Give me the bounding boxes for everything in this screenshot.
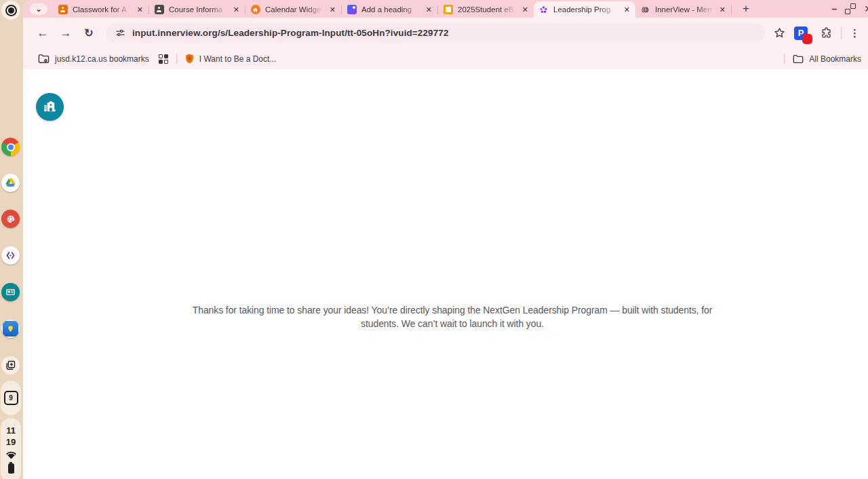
tab-title: InnerView - Mem [655,5,714,14]
window-controls: – ✕ [831,0,868,18]
tab-classwork[interactable]: Classwork for A ✕ [53,1,149,18]
browser-toolbar: ← → ↻ input.innerview.org/s/Leadership-P… [23,18,868,48]
school-building-icon [42,99,58,115]
chromeos-shelf: 9 11 19 [0,0,23,479]
tab-add-heading[interactable]: Add a heading ✕ [342,1,437,18]
wifi-icon [5,451,17,459]
globe-gray-icon [640,5,650,15]
browser-menu-button[interactable]: ⋮ [850,27,860,39]
minimize-button[interactable]: – [831,4,837,14]
bookmarks-separator [176,54,177,64]
bookmarks-separator [784,54,785,64]
tab-title: Calendar Widge [265,5,324,14]
id-card-app-icon[interactable] [1,283,20,301]
apps-grid-icon[interactable] [159,54,168,64]
address-bar[interactable]: input.innerview.org/s/Leadership-Program… [106,23,765,43]
calendar-day: 9 [9,394,13,402]
managed-folder-icon [38,54,50,64]
clock-hour: 11 [6,425,16,436]
tab-title: 2025Student eB [458,5,517,14]
reload-button[interactable]: ↻ [79,23,99,43]
extension-notification-badge [802,34,812,44]
close-icon[interactable]: ✕ [521,5,529,14]
bookmark-star-icon[interactable] [773,26,786,39]
xello-app-icon[interactable] [1,246,20,265]
site-settings-tune-icon[interactable] [115,28,125,38]
close-icon[interactable]: ✕ [623,5,631,14]
bookmark-label: I Want to Be a Doct... [199,54,277,64]
toolbar-separator [841,27,842,39]
close-icon[interactable]: ✕ [329,5,336,14]
tab-innerview[interactable]: InnerView - Mem ✕ [635,1,731,18]
gradient-tile-icon [347,5,357,15]
back-button[interactable]: ← [33,23,53,43]
tab-calendar-widget[interactable]: Calendar Widge ✕ [245,1,341,18]
screen-capture-app-icon[interactable] [1,356,20,375]
calendar-icon: 9 [4,391,18,405]
close-icon[interactable]: ✕ [425,5,433,14]
bookmark-doctor[interactable]: I Want to Be a Doct... [185,54,277,64]
chrome-icon [7,143,15,151]
chrome-app-icon[interactable] [1,138,20,156]
battery-icon [8,463,14,474]
chevron-down-icon: ⌄ [35,5,41,12]
all-bookmarks-button[interactable]: All Bookmarks [784,54,861,64]
close-icon[interactable]: ✕ [233,5,240,14]
managed-folder-label: jusd.k12.ca.us bookmarks [55,54,149,64]
forward-button[interactable]: → [56,23,76,43]
close-icon[interactable]: ✕ [136,5,144,14]
tab-title: Add a heading [361,5,420,14]
slides-yellow-icon [443,5,453,15]
managed-bookmarks-folder[interactable]: jusd.k12.ca.us bookmarks [38,54,149,64]
date-tray[interactable]: 9 [1,381,21,415]
extensions-puzzle-icon[interactable] [820,26,833,39]
tab-separator [731,5,732,14]
thank-you-message: Thanks for taking time to share your ide… [188,304,717,330]
clock-minute: 19 [6,436,16,448]
tab-course-info[interactable]: Course Informa ✕ [149,1,245,18]
new-tab-button[interactable]: + [738,2,753,16]
tab-search-button[interactable]: ⌄ [30,3,47,15]
chrome-canvas-app-icon[interactable] [1,210,20,228]
tab-title: Classwork for A [73,5,132,14]
card-icon [5,286,16,298]
launcher-icon [5,5,17,16]
lightbulb-app-icon[interactable] [1,320,20,338]
overlapping-windows-plus-icon [5,360,16,371]
all-bookmarks-label: All Bookmarks [809,54,861,64]
folder-icon [793,54,804,64]
google-drive-app-icon[interactable] [1,174,20,192]
close-icon[interactable]: ✕ [719,5,726,14]
person-dark-icon [154,5,164,15]
tab-title: Course Informa [169,5,228,14]
url-text[interactable]: input.innerview.org/s/Leadership-Program… [132,28,449,38]
shield-orange-icon [185,54,194,64]
home-orange-icon [250,5,260,15]
tab-title: Leadership Prog [553,5,618,14]
extension-p-button[interactable]: P [794,26,808,40]
tab-student-eb[interactable]: 2025Student eB ✕ [438,1,534,18]
launcher-button[interactable] [1,1,20,20]
bookmarks-bar: jusd.k12.ca.us bookmarks I Want to Be a … [23,48,868,69]
tab-strip: ⌄ Classwork for A ✕ Course Informa ✕ C [23,0,868,18]
lightbulb-icon [3,321,18,337]
browser-window: ⌄ Classwork for A ✕ Course Informa ✕ C [23,0,868,479]
page-content: Thanks for taking time to share your ide… [23,69,868,479]
tab-leadership-program-active[interactable]: Leadership Prog ✕ [534,1,635,18]
flower-purple-icon [538,5,549,15]
purple-x-logo-icon [5,250,16,261]
site-logo [36,93,64,121]
toolbar-actions: P ⋮ [773,26,860,40]
close-window-button[interactable]: ✕ [864,4,868,14]
drive-icon [5,177,16,189]
paint-palette-icon [5,214,16,225]
status-tray[interactable]: 11 19 [1,418,21,479]
classroom-orange-icon [58,5,68,15]
